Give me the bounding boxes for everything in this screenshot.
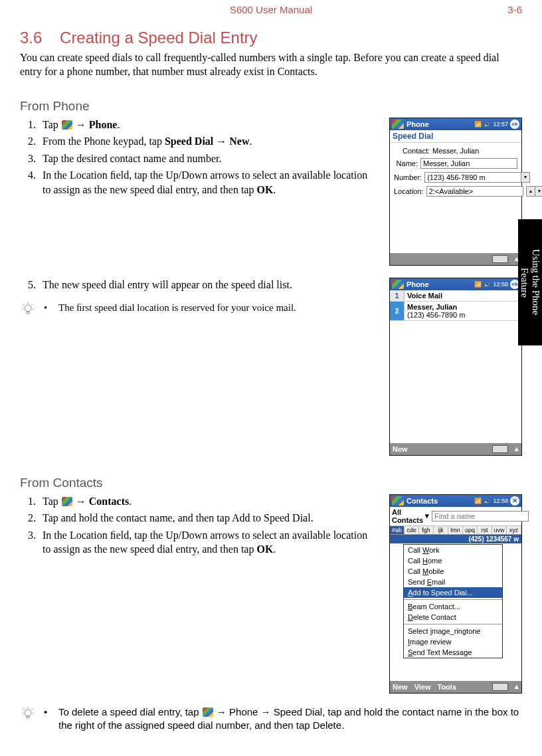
bullet: • xyxy=(44,301,50,314)
find-input[interactable] xyxy=(432,511,529,521)
location-label: Location: xyxy=(394,187,424,195)
app-title: Phone xyxy=(406,120,429,128)
clock: 12:58 xyxy=(493,498,508,504)
signal-icon: 📶 xyxy=(474,121,482,128)
from-contacts-note: To delete a speed dial entry, tap → Phon… xyxy=(58,706,522,733)
speed-dial-item[interactable]: 1Voice Mail xyxy=(390,290,521,302)
context-menu[interactable]: Call WorkCall HomeCall MobileSend EmailA… xyxy=(403,544,503,658)
screenshot-speed-dial-list: Phone 📶 🔉 12:58 ok 1Voice Mail2Messer, J… xyxy=(389,278,522,456)
step: In the Location ﬁeld, tap the Up/Down ar… xyxy=(39,168,377,197)
section-heading: 3.6 Creating a Speed Dial Entry xyxy=(20,29,522,47)
doc-title: S600 User Manual xyxy=(230,4,312,15)
menu-item[interactable]: Call Work xyxy=(404,545,502,555)
location-up[interactable]: ▴ xyxy=(526,186,535,197)
alpha-cell[interactable]: uvw xyxy=(492,526,507,534)
from-contacts-heading: From Contacts xyxy=(20,476,522,490)
sip-icon[interactable] xyxy=(492,445,508,453)
alpha-cell[interactable]: opq xyxy=(463,526,478,534)
selected-contact-row[interactable]: (425) 1234567 w xyxy=(390,535,521,543)
location-field[interactable] xyxy=(426,186,523,197)
from-phone-note: The ﬁrst speed dial location is reserved… xyxy=(58,301,377,314)
svg-point-0 xyxy=(25,305,31,312)
screen-subtitle: Speed Dial xyxy=(390,130,521,143)
softkey[interactable]: View xyxy=(414,683,431,691)
screenshot-speed-dial-form: Phone 📶 🔉 12:57 ok Speed Dial Contact:Me… xyxy=(389,118,522,266)
contact-label: Contact: xyxy=(394,147,430,155)
bullet: • xyxy=(44,706,50,719)
page-number: 3-6 xyxy=(507,4,522,15)
from-phone-steps: Tap → Phone.From the Phone keypad, tap S… xyxy=(20,118,377,197)
start-icon xyxy=(392,280,404,289)
menu-item[interactable]: Image review xyxy=(404,636,502,647)
ok-button[interactable]: ok xyxy=(510,120,519,129)
menu-item[interactable]: Call Home xyxy=(404,555,502,566)
softkey[interactable]: New xyxy=(393,683,408,691)
screenshot-contacts-context-menu: Contacts 📶 🔉 12:58 ✕ All Contacts▾ #abcd… xyxy=(389,494,522,694)
menu-arrow-icon[interactable]: ▴ xyxy=(515,444,519,453)
signal-icon: 📶 xyxy=(474,281,482,288)
speed-dial-item[interactable]: 2Messer, Julian(123) 456-7890 m xyxy=(390,302,521,321)
step: Tap the desired contact name and number. xyxy=(39,151,377,166)
close-button[interactable]: ✕ xyxy=(510,496,519,506)
contact-value: Messer, Julian xyxy=(432,147,517,155)
number-dropdown[interactable]: ▾ xyxy=(521,172,530,183)
app-title: Phone xyxy=(406,280,429,288)
step: Tap → Contacts. xyxy=(39,494,377,509)
menu-item[interactable]: Call Mobile xyxy=(404,566,502,577)
start-icon xyxy=(392,120,404,129)
from-phone-step5: The new speed dial entry will appear on … xyxy=(20,278,377,292)
step: Tap → Phone. xyxy=(39,118,377,132)
alpha-cell[interactable]: lmn xyxy=(448,526,463,534)
menu-item[interactable]: Beam Contact... xyxy=(404,601,502,612)
alpha-cell[interactable]: fgh xyxy=(419,526,434,534)
sip-icon[interactable] xyxy=(492,255,508,263)
step: In the Location ﬁeld, tap the Up/Down ar… xyxy=(39,528,377,557)
menu-item[interactable]: Send Text Message xyxy=(404,647,502,658)
name-label: Name: xyxy=(394,159,418,167)
start-icon xyxy=(62,497,72,506)
sound-icon: 🔉 xyxy=(484,121,491,128)
tip-icon xyxy=(20,706,36,721)
start-icon xyxy=(62,120,72,130)
alpha-cell[interactable]: ijk xyxy=(434,526,448,534)
svg-point-1 xyxy=(25,709,31,716)
from-contacts-steps: Tap → Contacts.Tap and hold the contact … xyxy=(20,494,377,557)
signal-icon: 📶 xyxy=(474,498,482,504)
alpha-index[interactable]: #abcdefghijklmnopqrstuvwxyz xyxy=(390,526,521,535)
alpha-cell[interactable]: rst xyxy=(478,526,492,534)
name-field[interactable] xyxy=(420,158,517,169)
start-icon xyxy=(392,496,404,506)
sound-icon: 🔉 xyxy=(484,281,491,288)
app-title: Contacts xyxy=(406,497,438,505)
start-icon xyxy=(203,708,213,717)
softkey-new[interactable]: New xyxy=(393,445,408,453)
sip-icon[interactable] xyxy=(492,683,508,691)
menu-arrow-icon[interactable]: ▴ xyxy=(515,682,519,691)
softkey[interactable]: Tools xyxy=(438,683,457,691)
clock: 12:57 xyxy=(493,121,508,128)
menu-item[interactable]: Send Email xyxy=(404,577,502,587)
alpha-cell[interactable]: #ab xyxy=(390,526,405,534)
step: From the Phone keypad, tap Speed Dial → … xyxy=(39,134,377,149)
contacts-filter[interactable]: All Contacts▾ xyxy=(392,508,429,524)
number-field[interactable] xyxy=(424,172,521,183)
menu-item[interactable]: Add to Speed Dial... xyxy=(404,587,502,598)
number-label: Number: xyxy=(394,173,422,181)
step: Tap and hold the contact name, and then … xyxy=(39,511,377,525)
section-intro: You can create speed dials to call frequ… xyxy=(20,51,522,79)
from-phone-heading: From Phone xyxy=(20,99,522,114)
tip-icon xyxy=(20,301,36,317)
menu-item[interactable]: Delete Contact xyxy=(404,612,502,622)
location-down[interactable]: ▾ xyxy=(535,186,542,197)
sound-icon: 🔉 xyxy=(484,498,491,504)
clock: 12:58 xyxy=(493,281,508,288)
menu-item[interactable]: Select image_ringtone xyxy=(404,626,502,636)
alpha-cell[interactable]: xyz xyxy=(507,526,521,534)
alpha-cell[interactable]: cde xyxy=(405,526,419,534)
chapter-tab: Using the PhoneFeature xyxy=(518,219,542,345)
